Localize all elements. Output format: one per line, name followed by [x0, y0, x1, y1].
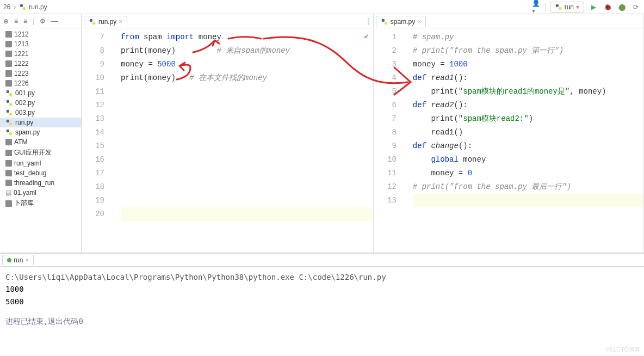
svg-rect-0 [20, 4, 23, 7]
code-line[interactable] [121, 167, 373, 180]
tree-item[interactable]: ATM [0, 137, 81, 147]
code-line[interactable]: # print("from the spam.py 第一行") [413, 44, 643, 58]
tree-item[interactable]: 003.py [0, 108, 81, 118]
profile-button[interactable]: ⟳ [631, 2, 641, 12]
tree-item[interactable]: 1222 [0, 59, 81, 69]
code-line[interactable]: print(money) # 在本文件找的money [121, 71, 373, 85]
tree-item[interactable]: test_debug [0, 168, 81, 178]
tree-item[interactable]: run_yaml [0, 158, 81, 168]
code-line[interactable]: read1() [413, 126, 643, 139]
code-line[interactable] [121, 126, 373, 139]
fold-column [402, 28, 410, 253]
tree-item-label: GUI应用开发 [14, 148, 52, 157]
tree-item[interactable]: 卜部库 [0, 198, 81, 209]
editor-right: spam.py × 12345678910111213# spam.py# pr… [374, 14, 644, 253]
tree-item[interactable]: 1213 [0, 39, 81, 49]
target-icon[interactable]: ⊕ [3, 17, 9, 25]
tree-item-label: spam.py [15, 128, 40, 136]
breadcrumb-file[interactable]: run.py [29, 3, 47, 11]
tab-bar-left: run.py × ⋮ [82, 14, 373, 28]
run-config-label: run [565, 3, 574, 11]
console-tab-label: run [14, 256, 23, 264]
code-body[interactable]: from spam import moneyprint(money) # 来自s… [117, 28, 373, 253]
project-tree[interactable]: 121212131221122212231226001.py002.py003.… [0, 28, 81, 253]
tree-item[interactable]: 1212 [0, 29, 81, 39]
tree-item-label: 1222 [14, 60, 29, 67]
code-body[interactable]: # spam.py# print("from the spam.py 第一行")… [410, 28, 643, 253]
collapse-icon[interactable]: ≡ [14, 17, 18, 25]
tree-item[interactable]: ▤01.yaml [0, 188, 81, 198]
code-line[interactable] [121, 194, 373, 207]
console-tab-run[interactable]: run × [2, 255, 34, 265]
minimize-icon[interactable]: — [51, 17, 58, 25]
code-line[interactable]: # print("from the spam.py 最后一行") [413, 180, 643, 194]
file-icon: ▤ [5, 189, 11, 197]
code-area-right[interactable]: 12345678910111213# spam.py# print("from … [374, 28, 643, 253]
tab-options-icon[interactable]: ⋮ [365, 17, 371, 25]
tab-spam-py[interactable]: spam.py × [376, 16, 426, 27]
code-line[interactable] [121, 180, 373, 194]
tree-item-label: 卜部库 [14, 199, 34, 208]
code-line[interactable]: print("spam模块的read1的money是", money) [413, 85, 643, 99]
toolbar-right: 👤▾ run ▾ ▶ 🐞 ⬤ ⟳ [532, 2, 641, 13]
close-icon[interactable]: × [25, 256, 29, 264]
tree-item[interactable]: GUI应用开发 [0, 147, 81, 158]
svg-rect-2 [555, 4, 558, 7]
tree-item[interactable]: threading_run [0, 178, 81, 188]
code-line[interactable] [121, 153, 373, 167]
close-icon[interactable]: × [119, 18, 122, 26]
tree-item-label: threading_run [14, 179, 54, 187]
python-file-icon [5, 89, 13, 97]
code-line[interactable]: from spam import money [121, 30, 373, 44]
code-line[interactable]: global money [413, 153, 643, 167]
breadcrumb-folder[interactable]: 26 [3, 3, 10, 11]
coverage-button[interactable]: ⬤ [617, 2, 627, 12]
breadcrumb[interactable]: 26 run.py [3, 3, 47, 11]
code-line[interactable]: money = 5000 [121, 58, 373, 71]
code-line[interactable]: print("spam模块read2:") [413, 112, 643, 126]
svg-rect-3 [559, 7, 561, 10]
run-config-selector[interactable]: run ▾ [550, 2, 584, 13]
run-button[interactable]: ▶ [589, 2, 598, 12]
code-line[interactable]: def read2(): [413, 99, 643, 112]
code-line[interactable] [121, 207, 373, 221]
code-line[interactable]: def read1(): [413, 71, 643, 85]
code-line[interactable]: money = 1000 [413, 58, 643, 71]
tree-item[interactable]: 1223 [0, 69, 81, 78]
tree-item-label: test_debug [14, 169, 46, 177]
code-line[interactable]: def change(): [413, 139, 643, 153]
code-line[interactable]: money = 0 [413, 167, 643, 180]
code-area-left[interactable]: ✔ 7891011121314151617181920from spam imp… [82, 28, 373, 253]
tree-item[interactable]: 1226 [0, 78, 81, 88]
close-icon[interactable]: × [417, 18, 421, 26]
tree-item[interactable]: run.py [0, 118, 81, 127]
console-tab-bar: run × [0, 254, 644, 267]
console-exit: 进程已结束,退出代码0 [5, 315, 639, 327]
code-line[interactable] [121, 112, 373, 126]
svg-rect-6 [7, 100, 9, 103]
folder-icon [5, 41, 12, 47]
python-file-icon [381, 18, 388, 26]
tab-run-py[interactable]: run.py × [84, 16, 127, 27]
code-line[interactable]: # spam.py [413, 30, 643, 44]
tree-item-label: 001.py [15, 89, 35, 97]
user-icon[interactable]: 👤▾ [532, 3, 541, 11]
tree-item[interactable]: 002.py [0, 98, 81, 108]
code-line[interactable] [121, 99, 373, 112]
project-sidebar: ⊕ ≡ ≡ | ⚙ — 121212131221122212231226001.… [0, 14, 82, 253]
console-output[interactable]: C:\Users\liqi\AppData\Local\Programs\Pyt… [0, 267, 644, 356]
tree-item[interactable]: 001.py [0, 88, 81, 98]
code-line[interactable] [121, 139, 373, 153]
sidebar-toolbar: ⊕ ≡ ≡ | ⚙ — [0, 14, 81, 28]
debug-button[interactable]: 🐞 [603, 2, 612, 12]
expand-icon[interactable]: ≡ [23, 17, 27, 25]
code-line[interactable]: print(money) # 来自spam的money [121, 44, 373, 58]
gear-icon[interactable]: ⚙ [40, 17, 46, 25]
tree-item[interactable]: 1221 [0, 49, 81, 59]
svg-rect-14 [90, 19, 92, 22]
tree-item[interactable]: spam.py [0, 127, 81, 137]
code-line[interactable] [413, 194, 643, 207]
code-line[interactable] [121, 85, 373, 99]
watermark: ©51CTO博客 [605, 346, 641, 354]
fold-column [110, 28, 117, 253]
